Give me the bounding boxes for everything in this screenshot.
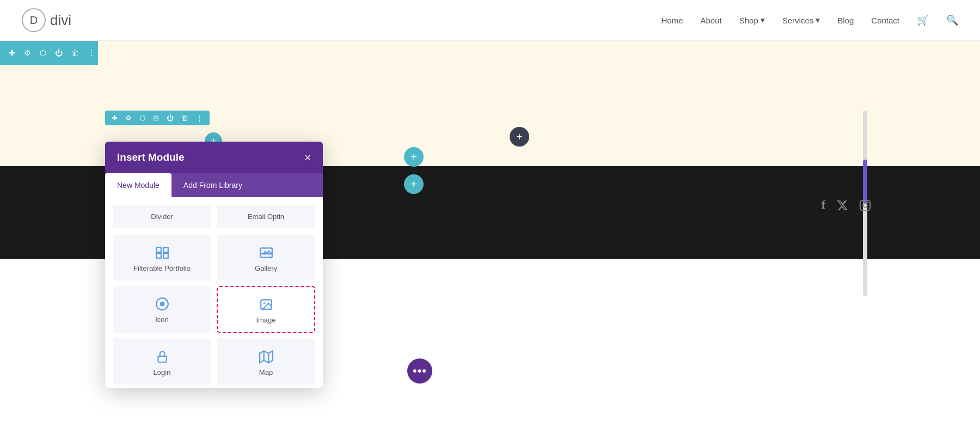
login-label: Login <box>154 368 171 376</box>
twitter-icon[interactable] <box>836 198 848 212</box>
main-content-area: ✚ ⚙ ⬡ ⊞ ⏻ 🗑 ⋮ + + + + f Insert Module × … <box>0 41 980 438</box>
top-navigation: D divi Home About Shop ▾ Services ▾ Blog… <box>0 0 980 41</box>
insert-module-modal: Insert Module × New Module Add From Libr… <box>105 142 323 388</box>
nav-about[interactable]: About <box>700 16 721 25</box>
instagram-icon[interactable] <box>859 198 871 212</box>
builder-toolbar-top: ✚ ⚙ ⬡ ⏻ 🗑 ⋮ <box>0 41 98 65</box>
image-icon <box>259 297 273 312</box>
social-icons: f <box>822 198 871 212</box>
facebook-icon[interactable]: f <box>822 198 825 212</box>
module-map[interactable]: Map <box>217 338 315 384</box>
login-icon <box>155 349 169 363</box>
svg-point-2 <box>867 202 868 203</box>
services-chevron-icon: ▾ <box>816 15 820 25</box>
cart-icon[interactable]: 🛒 <box>917 14 929 26</box>
add-section-icon[interactable]: ✚ <box>9 48 15 57</box>
logo-text: divi <box>50 12 71 29</box>
nav-contact[interactable]: Contact <box>871 16 899 25</box>
more-icon[interactable]: ⋮ <box>88 48 95 57</box>
module-grid: Filterable Portfolio Gallery Icon <box>113 230 315 388</box>
add-module-btn-3[interactable]: + <box>510 127 529 147</box>
modal-header: Insert Module × <box>105 142 323 173</box>
site-logo[interactable]: D divi <box>22 8 71 32</box>
module-image[interactable]: Image <box>217 286 315 333</box>
image-label: Image <box>256 316 275 324</box>
modal-title: Insert Module <box>117 151 185 163</box>
svg-rect-3 <box>156 247 161 252</box>
module-icon[interactable]: Icon <box>113 286 211 333</box>
gallery-label: Gallery <box>255 264 277 272</box>
settings-icon[interactable]: ⚙ <box>24 48 31 57</box>
svg-rect-6 <box>163 253 168 258</box>
logo-circle: D <box>22 8 46 32</box>
nav-shop[interactable]: Shop ▾ <box>739 15 765 25</box>
filterable-portfolio-label: Filterable Portfolio <box>133 264 191 272</box>
tab-new-module[interactable]: New Module <box>105 173 171 197</box>
module-divider[interactable]: Divider <box>113 205 211 228</box>
modal-close-button[interactable]: × <box>304 152 311 163</box>
row-toolbar: ✚ ⚙ ⬡ ⊞ ⏻ 🗑 ⋮ <box>105 111 210 125</box>
svg-rect-0 <box>860 200 870 210</box>
nav-links: Home About Shop ▾ Services ▾ Blog Contac… <box>661 14 958 26</box>
add-module-btn-1[interactable]: + <box>404 147 424 167</box>
icon-module-icon <box>155 296 169 311</box>
svg-rect-13 <box>158 356 166 362</box>
gallery-icon <box>259 245 273 260</box>
search-icon[interactable]: 🔍 <box>946 14 958 26</box>
scroll-thumb[interactable] <box>863 160 867 203</box>
row-delete-icon[interactable]: 🗑 <box>181 114 188 122</box>
floating-dots-button[interactable]: ••• <box>407 358 432 384</box>
svg-point-1 <box>863 204 867 208</box>
svg-point-10 <box>160 302 164 306</box>
add-module-btn-2[interactable]: + <box>404 174 424 194</box>
row-power-icon[interactable]: ⏻ <box>167 114 174 122</box>
layout-icon[interactable]: ⬡ <box>40 48 46 57</box>
row-more-icon[interactable]: ⋮ <box>196 114 203 122</box>
icon-label: Icon <box>155 315 169 324</box>
filterable-portfolio-icon <box>155 245 169 260</box>
shop-chevron-icon: ▾ <box>761 15 765 25</box>
svg-marker-14 <box>260 351 273 363</box>
nav-blog[interactable]: Blog <box>837 16 854 25</box>
svg-point-12 <box>263 302 265 304</box>
nav-home[interactable]: Home <box>661 16 683 25</box>
row-columns-icon[interactable]: ⊞ <box>153 114 159 122</box>
module-login[interactable]: Login <box>113 338 211 384</box>
module-filterable-portfolio[interactable]: Filterable Portfolio <box>113 235 211 281</box>
map-label: Map <box>259 368 273 376</box>
map-icon <box>259 349 273 363</box>
module-email-optin[interactable]: Email Optin <box>217 205 315 228</box>
row-layout-icon[interactable]: ⬡ <box>139 114 145 122</box>
delete-icon[interactable]: 🗑 <box>71 48 79 57</box>
modal-module-list: Divider Email Optin Filterable Portfolio <box>105 197 323 388</box>
svg-rect-4 <box>163 247 168 252</box>
modal-tabs: New Module Add From Library <box>105 173 323 197</box>
module-top-row: Divider Email Optin <box>113 203 315 230</box>
row-add-icon[interactable]: ✚ <box>112 114 118 122</box>
tab-add-from-library[interactable]: Add From Library <box>171 173 254 197</box>
nav-services[interactable]: Services ▾ <box>782 15 820 25</box>
row-settings-icon[interactable]: ⚙ <box>125 114 132 122</box>
svg-rect-5 <box>156 253 161 258</box>
module-gallery[interactable]: Gallery <box>217 235 315 281</box>
power-icon[interactable]: ⏻ <box>55 48 63 57</box>
